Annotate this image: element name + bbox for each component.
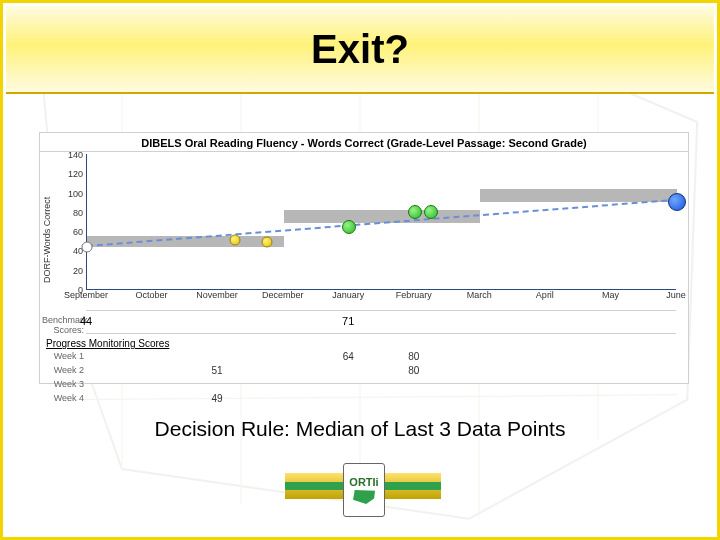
benchmark-value: 71 [342,315,354,327]
x-tick: January [332,290,364,300]
pm-value: 64 [343,351,354,362]
data-point [82,241,93,252]
logo-badge: ORTIi [343,463,385,517]
pm-value: 49 [212,393,223,404]
pm-week-label: Week 2 [46,365,84,375]
x-tick: October [136,290,168,300]
y-axis-label: DORF-Words Correct [42,197,52,283]
x-tick: December [262,290,304,300]
benchmark-scores-row: Benchmark Scores: 4471 [86,310,676,334]
x-tick: February [396,290,432,300]
progress-monitoring-header: Progress Monitoring Scores [46,338,676,349]
pm-week-label: Week 4 [46,393,84,403]
x-tick: May [602,290,619,300]
data-point [262,236,273,247]
y-tick: 60 [73,227,87,237]
data-point [668,193,686,211]
title-band: Exit? [6,6,714,94]
pm-value: 80 [408,351,419,362]
pm-row: Week 449 [86,393,676,407]
chart-title: DIBELS Oral Reading Fluency - Words Corr… [40,133,688,152]
pm-row: Week 25180 [86,365,676,379]
y-tick: 140 [68,150,87,160]
x-tick: June [666,290,686,300]
y-tick: 80 [73,208,87,218]
x-tick: November [196,290,238,300]
data-point [342,220,356,234]
pm-week-label: Week 1 [46,351,84,361]
plot-area: 020406080100120140 [86,154,676,290]
pm-value: 80 [408,365,419,376]
benchmark-label: Benchmark Scores: [42,315,84,335]
pm-week-label: Week 3 [46,379,84,389]
y-tick: 100 [68,189,87,199]
logo: ORTIi [285,463,441,521]
pm-row: Week 16480 [86,351,676,365]
progress-monitoring-table: Week 16480Week 25180Week 3Week 449 [86,351,676,407]
x-axis-ticks: SeptemberOctoberNovemberDecemberJanuaryF… [86,290,676,304]
caption: Decision Rule: Median of Last 3 Data Poi… [3,417,717,441]
benchmark-value: 44 [80,315,92,327]
chart: DIBELS Oral Reading Fluency - Words Corr… [39,132,689,384]
y-tick: 120 [68,169,87,179]
data-point [229,234,240,245]
x-tick: September [64,290,108,300]
data-point [424,205,438,219]
y-tick: 20 [73,266,87,276]
slide: Exit? DIBELS Oral Reading Fluency - Word… [0,0,720,540]
pm-value: 51 [212,365,223,376]
x-tick: April [536,290,554,300]
data-point [408,205,422,219]
pm-row: Week 3 [86,379,676,393]
slide-title: Exit? [311,27,409,72]
logo-text: ORTIi [349,476,378,488]
state-icon [353,490,375,504]
aim-line [87,198,677,246]
x-tick: March [467,290,492,300]
